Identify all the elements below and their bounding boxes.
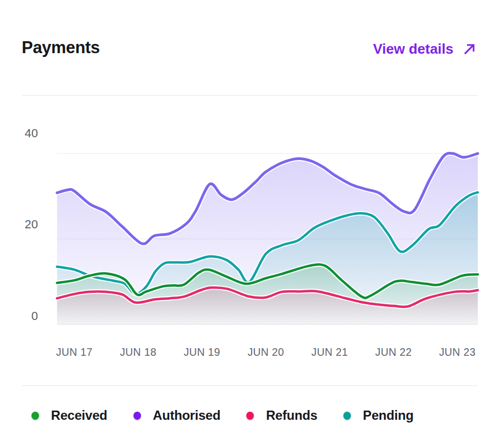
legend-item-received[interactable]: Received <box>31 408 107 423</box>
y-axis-label: 40 <box>25 126 38 140</box>
y-axis-label: 20 <box>25 217 38 231</box>
chart-legend: Received Authorised Refunds Pending <box>31 408 413 423</box>
refunds-dot-icon <box>246 412 254 420</box>
legend-label: Refunds <box>266 408 317 423</box>
legend-label: Pending <box>363 408 413 423</box>
received-dot-icon <box>31 412 39 420</box>
payments-area-chart: 40200JUN 17JUN 18JUN 19JUN 20JUN 21JUN 2… <box>0 0 499 448</box>
pending-dot-icon <box>343 412 351 420</box>
legend-label: Authorised <box>153 408 221 423</box>
authorised-dot-icon <box>133 412 141 420</box>
y-axis-label: 0 <box>31 309 38 323</box>
x-axis-label: JUN 17 <box>56 346 92 358</box>
legend-label: Received <box>51 408 107 423</box>
legend-item-pending[interactable]: Pending <box>343 408 413 423</box>
legend-divider <box>22 385 477 386</box>
x-axis-label: JUN 21 <box>311 346 348 358</box>
legend-item-refunds[interactable]: Refunds <box>246 408 317 423</box>
legend-item-authorised[interactable]: Authorised <box>133 408 221 423</box>
x-axis-label: JUN 19 <box>184 346 220 358</box>
x-axis-label: JUN 23 <box>439 346 475 358</box>
x-axis-label: JUN 20 <box>247 346 284 358</box>
x-axis-label: JUN 22 <box>375 346 412 358</box>
x-axis-label: JUN 18 <box>120 346 156 358</box>
